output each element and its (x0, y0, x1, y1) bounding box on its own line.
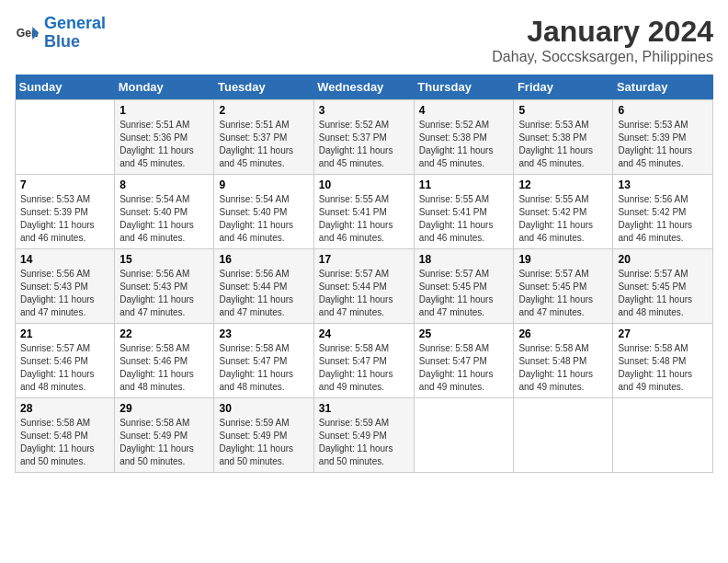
day-info: Sunrise: 5:51 AM Sunset: 5:36 PM Dayligh… (119, 119, 209, 170)
calendar-cell: 11Sunrise: 5:55 AM Sunset: 5:41 PM Dayli… (414, 175, 514, 249)
day-info: Sunrise: 5:53 AM Sunset: 5:39 PM Dayligh… (618, 119, 708, 170)
main-title: January 2024 (492, 15, 713, 49)
calendar-cell: 3Sunrise: 5:52 AM Sunset: 5:37 PM Daylig… (313, 100, 414, 175)
day-info: Sunrise: 5:58 AM Sunset: 5:47 PM Dayligh… (319, 342, 409, 394)
calendar-cell: 26Sunrise: 5:58 AM Sunset: 5:48 PM Dayli… (514, 324, 613, 398)
day-number: 31 (319, 402, 409, 415)
day-number: 6 (618, 104, 708, 117)
day-number: 12 (518, 178, 608, 191)
calendar-cell: 28Sunrise: 5:58 AM Sunset: 5:48 PM Dayli… (16, 398, 115, 473)
calendar-cell: 5Sunrise: 5:53 AM Sunset: 5:38 PM Daylig… (514, 100, 613, 175)
day-number: 20 (618, 253, 708, 266)
title-area: January 2024 Dahay, Soccsksargen, Philip… (492, 15, 713, 65)
day-info: Sunrise: 5:54 AM Sunset: 5:40 PM Dayligh… (219, 193, 308, 245)
day-number: 30 (219, 402, 308, 415)
header-cell-friday: Friday (514, 75, 613, 100)
week-row-3: 14Sunrise: 5:56 AM Sunset: 5:43 PM Dayli… (16, 249, 713, 324)
calendar-cell: 31Sunrise: 5:59 AM Sunset: 5:49 PM Dayli… (313, 398, 414, 473)
day-info: Sunrise: 5:58 AM Sunset: 5:48 PM Dayligh… (20, 417, 109, 468)
logo-line1: General (44, 14, 106, 32)
calendar-cell: 22Sunrise: 5:58 AM Sunset: 5:46 PM Dayli… (115, 324, 214, 398)
day-number: 24 (319, 327, 409, 340)
header-cell-saturday: Saturday (613, 75, 713, 100)
logo: Gen General Blue (15, 15, 106, 52)
day-info: Sunrise: 5:52 AM Sunset: 5:37 PM Dayligh… (319, 119, 409, 170)
day-info: Sunrise: 5:55 AM Sunset: 5:41 PM Dayligh… (319, 193, 409, 245)
day-number: 1 (119, 104, 209, 117)
day-number: 2 (219, 104, 308, 117)
day-number: 16 (219, 253, 308, 266)
calendar-cell (16, 100, 115, 175)
calendar-cell: 20Sunrise: 5:57 AM Sunset: 5:45 PM Dayli… (613, 249, 713, 324)
day-number: 17 (319, 253, 409, 266)
day-info: Sunrise: 5:56 AM Sunset: 5:44 PM Dayligh… (219, 268, 308, 319)
header: Gen General Blue January 2024 Dahay, Soc… (15, 15, 713, 65)
calendar-cell: 27Sunrise: 5:58 AM Sunset: 5:48 PM Dayli… (613, 324, 713, 398)
calendar-cell: 24Sunrise: 5:58 AM Sunset: 5:47 PM Dayli… (313, 324, 414, 398)
day-info: Sunrise: 5:56 AM Sunset: 5:42 PM Dayligh… (618, 193, 708, 245)
calendar-cell (514, 398, 613, 473)
calendar-table: SundayMondayTuesdayWednesdayThursdayFrid… (15, 75, 713, 473)
logo-text: General Blue (44, 15, 106, 52)
day-number: 25 (419, 327, 509, 340)
header-cell-thursday: Thursday (414, 75, 514, 100)
week-row-2: 7Sunrise: 5:53 AM Sunset: 5:39 PM Daylig… (16, 175, 713, 249)
calendar-cell: 14Sunrise: 5:56 AM Sunset: 5:43 PM Dayli… (16, 249, 115, 324)
week-row-1: 1Sunrise: 5:51 AM Sunset: 5:36 PM Daylig… (16, 100, 713, 175)
calendar-cell: 18Sunrise: 5:57 AM Sunset: 5:45 PM Dayli… (414, 249, 514, 324)
day-info: Sunrise: 5:57 AM Sunset: 5:46 PM Dayligh… (20, 342, 109, 394)
calendar-cell (613, 398, 713, 473)
day-info: Sunrise: 5:57 AM Sunset: 5:44 PM Dayligh… (319, 268, 409, 319)
day-info: Sunrise: 5:59 AM Sunset: 5:49 PM Dayligh… (319, 417, 409, 468)
calendar-cell (414, 398, 514, 473)
header-row: SundayMondayTuesdayWednesdayThursdayFrid… (16, 75, 713, 100)
calendar-cell: 13Sunrise: 5:56 AM Sunset: 5:42 PM Dayli… (613, 175, 713, 249)
header-cell-sunday: Sunday (16, 75, 115, 100)
day-info: Sunrise: 5:58 AM Sunset: 5:48 PM Dayligh… (618, 342, 708, 394)
calendar-cell: 2Sunrise: 5:51 AM Sunset: 5:37 PM Daylig… (214, 100, 313, 175)
calendar-cell: 29Sunrise: 5:58 AM Sunset: 5:49 PM Dayli… (115, 398, 214, 473)
day-number: 3 (319, 104, 409, 117)
day-number: 19 (518, 253, 608, 266)
day-info: Sunrise: 5:57 AM Sunset: 5:45 PM Dayligh… (618, 268, 708, 319)
day-number: 15 (119, 253, 209, 266)
day-number: 5 (518, 104, 608, 117)
day-info: Sunrise: 5:56 AM Sunset: 5:43 PM Dayligh… (119, 268, 209, 319)
header-cell-wednesday: Wednesday (313, 75, 414, 100)
calendar-cell: 23Sunrise: 5:58 AM Sunset: 5:47 PM Dayli… (214, 324, 313, 398)
day-info: Sunrise: 5:58 AM Sunset: 5:46 PM Dayligh… (119, 342, 209, 394)
day-number: 7 (20, 178, 109, 191)
day-number: 28 (20, 402, 109, 415)
day-number: 22 (119, 327, 209, 340)
header-cell-tuesday: Tuesday (214, 75, 313, 100)
day-info: Sunrise: 5:58 AM Sunset: 5:47 PM Dayligh… (219, 342, 308, 394)
calendar-cell: 9Sunrise: 5:54 AM Sunset: 5:40 PM Daylig… (214, 175, 313, 249)
calendar-cell: 10Sunrise: 5:55 AM Sunset: 5:41 PM Dayli… (313, 175, 414, 249)
calendar-cell: 12Sunrise: 5:55 AM Sunset: 5:42 PM Dayli… (514, 175, 613, 249)
day-info: Sunrise: 5:58 AM Sunset: 5:49 PM Dayligh… (119, 417, 209, 468)
day-info: Sunrise: 5:52 AM Sunset: 5:38 PM Dayligh… (419, 119, 509, 170)
day-info: Sunrise: 5:53 AM Sunset: 5:38 PM Dayligh… (518, 119, 608, 170)
logo-icon: Gen (15, 20, 40, 46)
day-info: Sunrise: 5:51 AM Sunset: 5:37 PM Dayligh… (219, 119, 308, 170)
calendar-cell: 21Sunrise: 5:57 AM Sunset: 5:46 PM Dayli… (16, 324, 115, 398)
day-number: 18 (419, 253, 509, 266)
header-cell-monday: Monday (115, 75, 214, 100)
calendar-cell: 6Sunrise: 5:53 AM Sunset: 5:39 PM Daylig… (613, 100, 713, 175)
calendar-cell: 15Sunrise: 5:56 AM Sunset: 5:43 PM Dayli… (115, 249, 214, 324)
day-info: Sunrise: 5:58 AM Sunset: 5:48 PM Dayligh… (518, 342, 608, 394)
logo-line2: Blue (44, 32, 80, 51)
calendar-cell: 16Sunrise: 5:56 AM Sunset: 5:44 PM Dayli… (214, 249, 313, 324)
sub-title: Dahay, Soccsksargen, Philippines (492, 49, 713, 65)
calendar-cell: 8Sunrise: 5:54 AM Sunset: 5:40 PM Daylig… (115, 175, 214, 249)
day-info: Sunrise: 5:53 AM Sunset: 5:39 PM Dayligh… (20, 193, 109, 245)
day-number: 11 (419, 178, 509, 191)
day-info: Sunrise: 5:55 AM Sunset: 5:41 PM Dayligh… (419, 193, 509, 245)
calendar-cell: 19Sunrise: 5:57 AM Sunset: 5:45 PM Dayli… (514, 249, 613, 324)
day-number: 23 (219, 327, 308, 340)
day-number: 13 (618, 178, 708, 191)
calendar-cell: 4Sunrise: 5:52 AM Sunset: 5:38 PM Daylig… (414, 100, 514, 175)
calendar-cell: 30Sunrise: 5:59 AM Sunset: 5:49 PM Dayli… (214, 398, 313, 473)
day-number: 10 (319, 178, 409, 191)
week-row-4: 21Sunrise: 5:57 AM Sunset: 5:46 PM Dayli… (16, 324, 713, 398)
